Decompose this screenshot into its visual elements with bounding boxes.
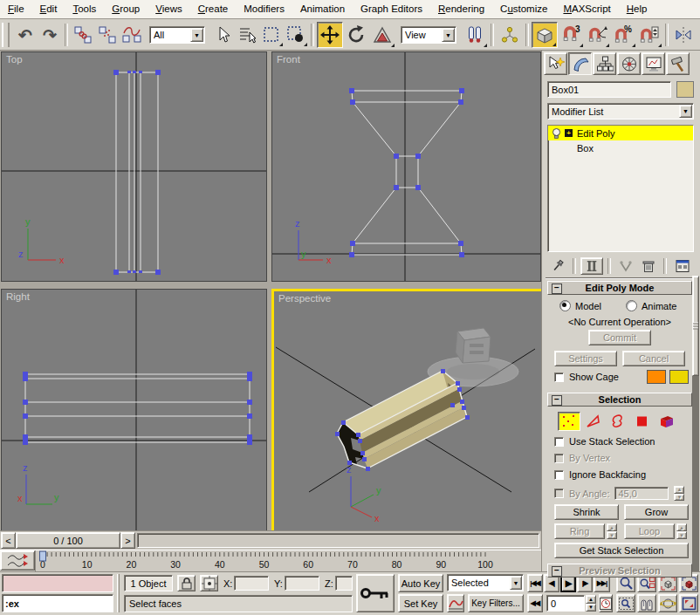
time-slider-handle[interactable]: 0 / 100 [16,532,120,549]
expand-modifier-icon[interactable]: + [565,129,573,137]
border-subobject-button[interactable] [607,412,629,431]
vertex-subobject-button[interactable] [558,412,580,431]
tab-utilities[interactable] [666,52,690,75]
go-to-start-button[interactable]: |◀◀ [527,574,543,592]
reference-coordinate-system-dropdown[interactable]: View ▼ [401,26,456,44]
modifier-stack-row-edit-poly[interactable]: +Edit Poly [548,126,693,140]
percent-snap-toggle-button[interactable]: % [610,22,636,48]
unlink-selection-button[interactable] [95,23,120,47]
pan-button[interactable] [637,594,656,612]
loop-button[interactable]: Loop [624,523,675,539]
ignore-backfacing-checkbox[interactable] [554,470,564,480]
radio-model-icon[interactable] [559,300,571,311]
select-and-manipulate-button[interactable] [497,22,523,48]
dropdown-arrow-icon[interactable]: ▼ [190,28,203,42]
cancel-button[interactable]: Cancel [622,351,685,366]
undo-button[interactable]: ↶ [13,23,38,47]
by-angle-checkbox[interactable] [554,489,564,498]
time-slider-prev-button[interactable]: < [1,532,16,549]
open-mini-curve-editor-button[interactable] [0,550,35,571]
menu-item-views[interactable]: Views [148,0,189,17]
menu-item-rendering[interactable]: Rendering [430,0,492,17]
select-object-button[interactable] [210,23,235,47]
time-slider-track[interactable] [137,533,539,548]
menu-item-edit[interactable]: Edit [32,0,65,17]
spinner-down-icon[interactable]: ▼ [674,494,684,502]
viewport-right[interactable]: zyx Right [1,289,267,531]
current-frame-field[interactable]: 0 [546,595,585,612]
mirror-button[interactable] [671,23,696,47]
polygon-subobject-button[interactable] [631,412,654,431]
dropdown-arrow-icon[interactable]: ▼ [442,28,455,42]
menu-item-graph-editors[interactable]: Graph Editors [353,0,430,17]
rollout-header-edit-poly-mode[interactable]: − Edit Poly Mode [547,281,692,295]
selection-set-dropdown[interactable]: Selected ▼ [447,574,524,591]
dropdown-arrow-icon[interactable]: ▼ [679,105,692,118]
by-angle-field[interactable]: 45,0 [614,487,669,500]
menu-item-help[interactable]: Help [619,0,655,17]
angle-snap-toggle-button[interactable] [584,22,610,48]
key-filters-button[interactable]: Key Filters... [468,594,524,612]
modifier-bulb-icon[interactable] [551,127,562,140]
spinner-up-icon[interactable]: ▲ [586,595,596,604]
x-coordinate-field[interactable] [234,576,269,591]
make-unique-button[interactable] [615,257,636,275]
spinner-down-icon[interactable]: ▼ [607,531,617,539]
window-crossing-button[interactable] [284,23,308,47]
selection-lock-button[interactable] [177,575,196,591]
spinner-down-icon[interactable]: ▼ [676,531,687,539]
pin-stack-button[interactable] [547,257,568,275]
spinner-down-icon[interactable]: ▼ [586,604,596,612]
dropdown-arrow-icon[interactable]: ▼ [510,576,522,590]
key-tangents-button[interactable] [447,594,464,612]
selection-filter-dropdown[interactable]: All ▼ [149,26,205,44]
statusbar-splitter[interactable] [117,574,120,612]
tab-create[interactable] [544,52,567,75]
radio-model[interactable]: Model [559,300,601,311]
bind-to-space-warp-button[interactable] [120,23,144,47]
viewport-label[interactable]: Front [277,54,300,65]
select-and-move-button[interactable] [317,22,343,48]
ring-button[interactable]: Ring [554,523,605,539]
modifier-list-dropdown[interactable]: Modifier List ▼ [547,103,694,120]
time-configuration-button[interactable] [599,594,613,612]
rollout-header-preview-selection[interactable]: − Preview Selection [547,564,692,577]
track-bar-ruler[interactable]: 0102030405060708090100 [35,550,541,571]
viewport-front[interactable]: zxy Front [271,51,541,282]
by-angle-spinner[interactable]: ▲ ▼ [674,486,684,501]
viewport-top[interactable]: yxz Top [1,51,267,282]
loop-spinner[interactable]: ▲ ▼ [676,523,687,539]
shrink-button[interactable]: Shrink [554,504,619,520]
use-stack-selection-checkbox[interactable] [554,437,564,447]
spinner-up-icon[interactable]: ▲ [674,486,684,494]
by-vertex-checkbox[interactable] [554,454,564,463]
ring-spinner[interactable]: ▲ ▼ [607,523,617,539]
arc-rotate-button[interactable] [658,594,677,612]
viewport-label[interactable]: Right [6,291,30,302]
absolute-offset-toggle-button[interactable] [200,575,218,591]
time-slider-next-button[interactable]: > [120,532,135,549]
menu-item-animation[interactable]: Animation [292,0,353,17]
viewport-label[interactable]: Top [6,54,23,65]
menu-item-tools[interactable]: Tools [65,0,104,17]
object-color-swatch[interactable] [676,81,694,98]
cage-color-swatch[interactable] [647,370,666,384]
select-and-link-button[interactable] [71,23,95,47]
menu-item-modifiers[interactable]: Modifiers [236,0,292,17]
menu-item-maxscript[interactable]: MAXScript [555,0,618,17]
spinner-up-icon[interactable]: ▲ [607,523,617,531]
tab-motion[interactable] [617,52,641,75]
tab-display[interactable] [642,52,665,75]
menu-item-group[interactable]: Group [104,0,148,17]
show-cage-checkbox[interactable] [554,372,564,382]
y-coordinate-field[interactable] [285,576,319,591]
frame-spinner[interactable]: ▲ ▼ [586,595,596,612]
show-end-result-button[interactable] [580,257,603,275]
auto-key-button[interactable]: Auto Key [398,574,443,592]
modifier-stack-row-box[interactable]: Box [548,140,693,155]
select-by-name-button[interactable] [235,23,259,47]
menu-item-customize[interactable]: Customize [492,0,555,17]
maximize-viewport-toggle-button[interactable] [679,594,698,612]
radio-animate[interactable]: Animate [626,300,676,311]
use-pivot-point-center-button[interactable] [462,22,488,48]
